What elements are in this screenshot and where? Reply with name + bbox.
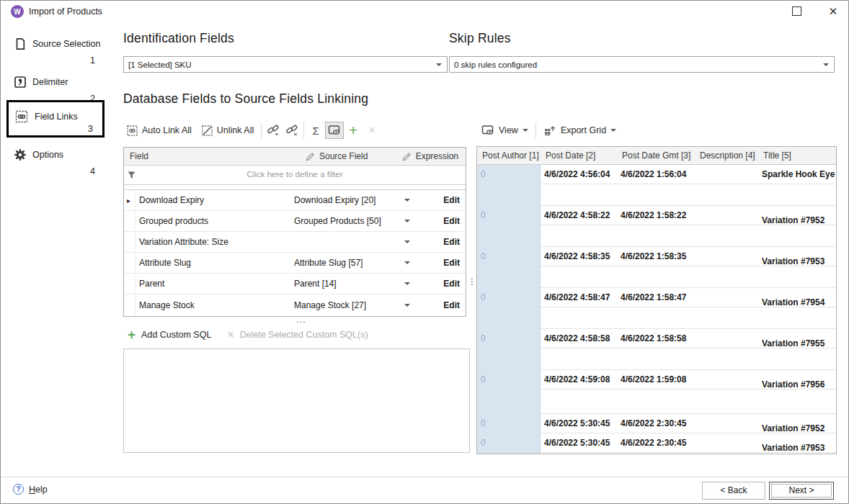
post-author-cell: 0: [477, 165, 541, 184]
table-row[interactable]: Manage Stock Manage Stock [27] Edit: [124, 294, 466, 315]
table-row[interactable]: 0 4/6/2022 4:56:04 4/6/2022 1:56:04 Spar…: [477, 165, 836, 184]
column-header-field[interactable]: Field: [130, 151, 148, 161]
db-field-cell: Attribute Slug: [135, 258, 291, 268]
title-cell: Sparkle Hook Eye De: [758, 165, 836, 184]
table-row[interactable]: 0 4/6/2022 4:58:58 4/6/2022 1:58:58 Vari…: [477, 329, 836, 348]
post-date-gmt-cell: 4/6/2022 2:30:45: [617, 433, 695, 453]
source-field-dropdown[interactable]: [398, 199, 417, 202]
plus-icon: +: [128, 328, 135, 342]
step-number: 1: [90, 55, 95, 66]
chevron-down-icon: [404, 220, 410, 222]
remove-link-button[interactable]: ×: [283, 122, 301, 139]
column-header-description[interactable]: Description [4]: [695, 150, 758, 161]
column-header-post-author[interactable]: Post Author [1]: [477, 150, 541, 161]
unlink-all-button[interactable]: Unlink All: [197, 121, 259, 140]
column-header-title[interactable]: Title [5]: [758, 150, 836, 161]
sidebar-item-options[interactable]: Options 4: [6, 143, 105, 178]
post-author-cell: 0: [477, 288, 541, 307]
edit-link[interactable]: Edit: [417, 195, 467, 205]
column-header-expression[interactable]: Expression: [402, 151, 458, 161]
custom-sql-editor[interactable]: [123, 348, 470, 453]
table-row[interactable]: Variation Attribute: Size Edit: [124, 232, 466, 253]
edit-link[interactable]: Edit: [417, 300, 467, 310]
post-date-cell: 4/6/2022 4:58:47: [541, 288, 617, 307]
delete-row-button-disabled[interactable]: ×: [363, 122, 381, 139]
preview-toggle-button[interactable]: [325, 122, 344, 139]
table-row[interactable]: Parent Parent [14] Edit: [124, 274, 466, 294]
add-row-button[interactable]: +: [344, 122, 363, 139]
sidebar-item-label: Field Links: [35, 112, 78, 122]
toolbar-separator: [535, 122, 536, 138]
sidebar-item-field-links[interactable]: Field Links 3: [6, 100, 105, 138]
source-field-cell: Manage Stock [27]: [291, 300, 398, 310]
add-custom-sql-button[interactable]: + Add Custom SQL: [128, 328, 211, 342]
chevron-down-icon: [404, 304, 410, 307]
post-date-cell: 4/6/2022 4:56:04: [541, 165, 617, 184]
help-link[interactable]: ? Help: [13, 484, 48, 495]
add-link-button[interactable]: +: [264, 122, 283, 139]
maximize-button[interactable]: [792, 6, 801, 16]
titlebar: W Import of Products ✕: [1, 1, 848, 22]
sidebar-item-label: Delimiter: [32, 77, 68, 87]
toolbar-separator: [261, 122, 262, 138]
view-menu-button[interactable]: View: [476, 121, 533, 140]
table-row[interactable]: 0 4/6/2022 4:58:22 4/6/2022 1:58:22 Vari…: [477, 206, 836, 225]
post-author-cell: 0: [477, 329, 541, 348]
edit-link[interactable]: Edit: [417, 258, 467, 268]
table-row[interactable]: 0 4/6/2022 4:58:47 4/6/2022 1:58:47 Vari…: [477, 288, 836, 307]
close-button[interactable]: ✕: [825, 4, 841, 19]
source-field-dropdown[interactable]: [398, 220, 417, 222]
source-field-dropdown[interactable]: [398, 261, 417, 264]
horizontal-resize-handle[interactable]: ...: [290, 316, 312, 323]
field-links-grid-body: ▸ Download Expiry Download Expiry [20] E…: [124, 190, 466, 315]
skip-rules-select[interactable]: 0 skip rules configured: [449, 56, 835, 73]
preview-eye-icon: [328, 125, 341, 136]
table-row[interactable]: 0 4/6/2022 4:58:35 4/6/2022 1:58:35 Vari…: [477, 247, 836, 266]
edit-link[interactable]: Edit: [417, 216, 467, 226]
splitter-handle[interactable]: ⋮: [468, 280, 474, 284]
post-date-gmt-cell: 4/6/2022 1:58:35: [617, 247, 695, 266]
table-row[interactable]: 0 4/6/2022 5:30:45 4/6/2022 2:30:45 Vari…: [477, 433, 836, 453]
auto-link-icon: [127, 125, 138, 136]
db-field-cell: Parent: [135, 279, 291, 289]
post-date-gmt-cell: 4/6/2022 1:56:04: [617, 165, 695, 184]
back-button[interactable]: < Back: [702, 482, 765, 500]
auto-link-all-button[interactable]: Auto Link All: [122, 121, 197, 140]
preview-toolbar: View Export Grid: [476, 120, 621, 140]
next-button[interactable]: Next >: [769, 482, 834, 500]
column-header-post-date-gmt[interactable]: Post Date Gmt [3]: [617, 150, 695, 161]
sidebar-item-source-selection[interactable]: Source Selection 1: [6, 32, 105, 67]
post-date-cell: 4/6/2022 4:58:35: [541, 247, 617, 266]
grid-filter-row[interactable]: Click here to define a filter: [124, 166, 466, 185]
summary-button[interactable]: Σ: [306, 122, 325, 139]
step-number: 3: [88, 124, 93, 134]
source-field-dropdown[interactable]: [398, 304, 417, 307]
column-header-post-date[interactable]: Post Date [2]: [541, 150, 617, 161]
post-author-cell: 0: [477, 370, 541, 390]
edit-link[interactable]: Edit: [417, 279, 467, 289]
sigma-icon: Σ: [313, 125, 319, 137]
table-row-spacer: [477, 348, 836, 370]
table-row-spacer: [477, 225, 836, 247]
export-grid-button[interactable]: Export Grid: [538, 121, 621, 140]
column-header-source-field[interactable]: Source Field: [306, 151, 368, 161]
db-field-cell: Manage Stock: [135, 300, 291, 310]
table-row[interactable]: Grouped products Grouped Products [50] E…: [124, 211, 466, 232]
chevron-down-icon: [436, 63, 442, 66]
chevron-down-icon: [523, 129, 528, 132]
description-cell: [695, 433, 758, 453]
table-row[interactable]: Attribute Slug Attribute Slug [57] Edit: [124, 253, 466, 274]
post-author-cell: 0: [477, 206, 541, 225]
source-field-dropdown[interactable]: [398, 240, 417, 243]
field-links-grid: Field Source Field Expression Click here…: [123, 147, 466, 317]
post-author-cell: 0: [477, 414, 541, 433]
table-row[interactable]: ▸ Download Expiry Download Expiry [20] E…: [124, 190, 466, 211]
delete-custom-sql-button-disabled[interactable]: × Delete Selected Custom SQL(s): [227, 328, 368, 341]
chevron-down-icon: [404, 240, 410, 243]
help-label-rest: elp: [35, 485, 48, 495]
identification-fields-select[interactable]: [1 Selected] SKU: [123, 56, 448, 73]
source-field-dropdown[interactable]: [398, 282, 417, 285]
table-row[interactable]: 0 4/6/2022 5:30:45 4/6/2022 2:30:45 Vari…: [477, 414, 836, 433]
table-row[interactable]: 0 4/6/2022 4:59:08 4/6/2022 1:59:08 Vari…: [477, 370, 836, 390]
edit-link[interactable]: Edit: [417, 237, 467, 247]
